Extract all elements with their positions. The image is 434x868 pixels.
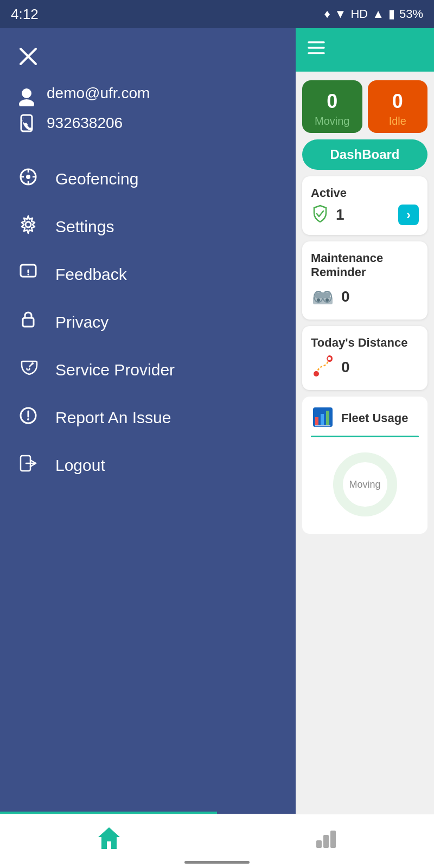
svg-point-3 — [19, 99, 34, 106]
feedback-label: Feedback — [55, 265, 127, 284]
dashboard-button[interactable]: DashBoard — [302, 139, 427, 170]
svg-point-32 — [314, 371, 319, 376]
privacy-icon — [16, 310, 40, 334]
idle-label: Idle — [389, 115, 406, 127]
svg-point-20 — [27, 418, 29, 420]
svg-point-33 — [328, 357, 331, 360]
moving-label: Moving — [315, 115, 349, 127]
active-card: Active 1 › — [302, 176, 427, 235]
svg-point-31 — [326, 298, 329, 302]
home-icon — [95, 824, 123, 859]
fleet-usage-card: Fleet Usage Moving — [302, 397, 427, 534]
signal-bars: ▲ — [372, 7, 384, 21]
side-drawer: demo@ufr.com 932638206 Geofencing Settin… — [0, 28, 296, 814]
settings-label: Settings — [55, 218, 114, 236]
active-count: 1 — [336, 206, 344, 224]
privacy-label: Privacy — [55, 313, 108, 331]
active-arrow[interactable]: › — [398, 205, 419, 225]
todays-distance-card: Today's Distance 0 — [302, 326, 427, 390]
user-phone: 932638206 — [47, 114, 123, 132]
menu-item-report-issue[interactable]: Report An Issue — [0, 394, 296, 442]
menu-item-geofencing[interactable]: Geofencing — [0, 155, 296, 203]
status-time: 4:12 — [11, 6, 39, 23]
shield-check-icon — [311, 205, 329, 225]
svg-rect-41 — [323, 835, 329, 848]
service-provider-icon — [16, 358, 40, 382]
moving-box[interactable]: 0 Moving — [302, 80, 362, 133]
svg-point-17 — [31, 362, 34, 365]
geofencing-label: Geofencing — [55, 170, 138, 188]
user-avatar-icon — [16, 86, 37, 106]
svg-rect-36 — [321, 414, 324, 425]
status-bar: 4:12 ♦ ▼ HD ▲ ▮ 53% — [0, 0, 434, 28]
menu-item-settings[interactable]: Settings — [0, 203, 296, 251]
logout-label: Logout — [55, 456, 105, 475]
report-issue-icon — [16, 406, 40, 430]
svg-rect-37 — [326, 411, 329, 425]
user-email: demo@ufr.com — [47, 85, 150, 102]
idle-box[interactable]: 0 Idle — [368, 80, 428, 133]
home-indicator — [184, 861, 250, 864]
close-drawer-area[interactable] — [0, 39, 296, 79]
idle-count: 0 — [392, 90, 403, 113]
battery-percent: 53% — [399, 7, 423, 21]
svg-point-2 — [22, 88, 31, 98]
svg-point-14 — [28, 274, 29, 276]
battery-icon: ▮ — [388, 7, 395, 21]
maintenance-count: 0 — [341, 288, 350, 305]
signal-hd: HD — [350, 7, 368, 21]
moving-donut-label: Moving — [349, 479, 380, 490]
menu-item-privacy[interactable]: Privacy — [0, 298, 296, 346]
maintenance-card-title: Maintenance Reminder — [311, 251, 419, 279]
moving-donut: Moving — [330, 449, 400, 520]
menu-item-service-provider[interactable]: Service Provider — [0, 346, 296, 394]
fleet-chart: Moving — [311, 444, 419, 525]
settings-icon — [16, 215, 40, 239]
fleet-usage-icon — [311, 405, 335, 431]
svg-rect-42 — [330, 831, 336, 848]
svg-rect-29 — [315, 292, 330, 298]
bottom-nav — [0, 814, 434, 868]
nav-home-button[interactable] — [73, 819, 145, 864]
maintenance-icon — [311, 284, 335, 310]
vehicle-status-row: 0 Moving 0 Idle — [302, 80, 427, 133]
route-icon — [311, 354, 335, 380]
chevron-right-icon: › — [406, 207, 411, 222]
svg-rect-15 — [23, 318, 34, 327]
svg-point-11 — [25, 222, 31, 227]
flash-icon: ♦ — [324, 7, 330, 21]
fleet-divider — [311, 436, 419, 437]
fleet-usage-title: Fleet Usage — [341, 411, 409, 425]
svg-rect-35 — [315, 417, 318, 425]
menu-item-feedback[interactable]: Feedback — [0, 251, 296, 298]
feedback-icon — [16, 263, 40, 286]
active-card-title: Active — [311, 186, 419, 200]
main-topbar — [296, 28, 434, 72]
hamburger-icon[interactable] — [307, 38, 326, 62]
todays-distance-value: 0 — [341, 359, 350, 376]
user-info: demo@ufr.com 932638206 — [0, 79, 296, 155]
report-issue-label: Report An Issue — [55, 409, 171, 427]
teal-accent-line — [0, 812, 217, 814]
main-panel: 0 Moving 0 Idle DashBoard Active 1 › — [296, 28, 434, 814]
moving-count: 0 — [327, 90, 337, 113]
phone-icon — [16, 113, 37, 133]
geofencing-icon — [16, 167, 40, 191]
svg-point-30 — [317, 298, 320, 302]
svg-rect-40 — [316, 840, 322, 848]
status-icons: ♦ ▼ HD ▲ ▮ 53% — [324, 7, 423, 21]
bar-chart-icon — [313, 825, 339, 857]
svg-point-6 — [26, 175, 30, 179]
close-icon[interactable] — [16, 44, 40, 68]
nav-analytics-button[interactable] — [291, 820, 361, 863]
todays-distance-title: Today's Distance — [311, 336, 419, 350]
main-content: 0 Moving 0 Idle DashBoard Active 1 › — [296, 72, 434, 542]
maintenance-card: Maintenance Reminder 0 — [302, 241, 427, 320]
logout-icon — [16, 454, 40, 477]
menu-item-logout[interactable]: Logout — [0, 442, 296, 489]
service-provider-label: Service Provider — [55, 361, 175, 379]
wifi-icon: ▼ — [335, 7, 347, 21]
